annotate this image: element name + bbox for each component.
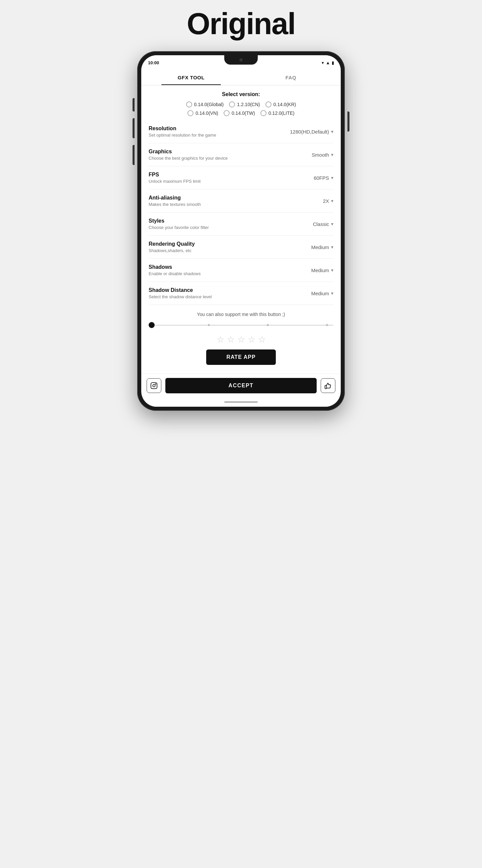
version-option-cn[interactable]: 1.2.10(CN) xyxy=(229,101,260,107)
select-version-section: Select version: 0.14.0(Global) 1.2.10(CN… xyxy=(149,85,333,120)
setting-graphics-control[interactable]: Smooth ▾ xyxy=(293,152,333,158)
phone-device: 10:00 ▾ ▲ ▮ GFX TOOL FAQ Select ve xyxy=(137,51,345,411)
setting-fps-info: FPS Unlock maximum FPS limit xyxy=(149,172,293,184)
setting-rendering-quality-title: Rendering Quality xyxy=(149,241,293,247)
setting-resolution: Resolution Set optimal resolution for th… xyxy=(149,120,333,143)
camera xyxy=(239,58,243,62)
version-option-global[interactable]: 0.14.0(Global) xyxy=(186,101,224,107)
instagram-button[interactable] xyxy=(147,378,161,393)
setting-shadow-distance-control[interactable]: Medium ▾ xyxy=(293,290,333,296)
slider-thumb[interactable] xyxy=(149,322,155,328)
setting-antialiasing-title: Anti-aliasing xyxy=(149,195,293,201)
setting-rendering-quality-info: Rendering Quality Shadows,shaders, etc xyxy=(149,241,293,253)
volume-up-button xyxy=(133,118,134,138)
radio-global[interactable] xyxy=(186,101,192,107)
setting-styles-desc: Choose your favorite color filter xyxy=(149,225,293,230)
version-option-tw[interactable]: 0.14.0(TW) xyxy=(224,110,255,116)
setting-fps-desc: Unlock maximum FPS limit xyxy=(149,179,293,184)
slider-container[interactable] xyxy=(149,322,333,329)
status-icons: ▾ ▲ ▮ xyxy=(322,60,334,65)
version-option-lite[interactable]: 0.12.0(LITE) xyxy=(260,110,294,116)
setting-antialiasing-desc: Makes the textures smooth xyxy=(149,202,293,207)
setting-resolution-control[interactable]: 1280(HD,Default) ▾ xyxy=(290,129,333,134)
support-text: You can also support me with this button… xyxy=(149,312,333,317)
radio-kr[interactable] xyxy=(265,101,271,107)
setting-resolution-title: Resolution xyxy=(149,126,290,131)
like-button[interactable] xyxy=(321,378,335,393)
setting-styles-control[interactable]: Classic ▾ xyxy=(293,221,333,227)
star-5[interactable]: ☆ xyxy=(258,334,266,345)
setting-styles-info: Styles Choose your favorite color filter xyxy=(149,218,293,230)
home-indicator xyxy=(141,397,341,407)
wifi-icon: ▾ xyxy=(322,60,324,65)
setting-fps-title: FPS xyxy=(149,172,293,178)
setting-shadow-distance-info: Shadow Distance Select the shadow distan… xyxy=(149,287,293,299)
star-1[interactable]: ☆ xyxy=(217,334,224,345)
chevron-down-icon: ▾ xyxy=(331,268,333,273)
setting-graphics-value: Smooth xyxy=(312,152,329,158)
setting-rendering-quality: Rendering Quality Shadows,shaders, etc M… xyxy=(149,236,333,259)
setting-styles-title: Styles xyxy=(149,218,293,224)
radio-cn[interactable] xyxy=(229,101,235,107)
main-content: Select version: 0.14.0(Global) 1.2.10(CN… xyxy=(141,85,341,374)
svg-rect-0 xyxy=(151,383,157,389)
setting-antialiasing-control[interactable]: 2X ▾ xyxy=(293,198,333,204)
setting-shadow-distance-value: Medium xyxy=(311,290,329,296)
version-label-kr: 0.14.0(KR) xyxy=(274,102,296,107)
setting-graphics-desc: Choose the best graphics for your device xyxy=(149,156,293,161)
chevron-down-icon: ▾ xyxy=(331,221,333,227)
radio-lite[interactable] xyxy=(260,110,266,116)
volume-down-button xyxy=(133,145,134,165)
slider-dot-1 xyxy=(208,324,210,326)
setting-shadow-distance: Shadow Distance Select the shadow distan… xyxy=(149,282,333,305)
setting-shadow-distance-desc: Select the shadow distance level xyxy=(149,294,293,299)
battery-icon: ▮ xyxy=(332,60,334,65)
chevron-down-icon: ▾ xyxy=(331,290,333,296)
version-option-kr[interactable]: 0.14.0(KR) xyxy=(265,101,296,107)
phone-screen: 10:00 ▾ ▲ ▮ GFX TOOL FAQ Select ve xyxy=(141,55,341,407)
tab-faq[interactable]: FAQ xyxy=(241,70,341,85)
instagram-icon xyxy=(150,382,158,389)
setting-resolution-info: Resolution Set optimal resolution for th… xyxy=(149,126,290,137)
setting-rendering-quality-value: Medium xyxy=(311,244,329,250)
star-2[interactable]: ☆ xyxy=(227,334,235,345)
setting-antialiasing-value: 2X xyxy=(323,198,329,204)
version-row-1: 0.14.0(Global) 1.2.10(CN) 0.14.0(KR) xyxy=(149,101,333,107)
setting-resolution-value: 1280(HD,Default) xyxy=(290,129,329,134)
radio-vn[interactable] xyxy=(187,110,193,116)
setting-antialiasing-info: Anti-aliasing Makes the textures smooth xyxy=(149,195,293,207)
setting-shadows-info: Shadows Enable or disable shadows xyxy=(149,264,293,276)
rate-app-button[interactable]: RATE APP xyxy=(206,349,276,365)
setting-fps-control[interactable]: 60FPS ▾ xyxy=(293,175,333,181)
version-option-vn[interactable]: 0.14.0(VN) xyxy=(187,110,218,116)
star-4[interactable]: ☆ xyxy=(248,334,255,345)
setting-rendering-quality-control[interactable]: Medium ▾ xyxy=(293,244,333,250)
setting-shadows: Shadows Enable or disable shadows Medium… xyxy=(149,259,333,282)
chevron-down-icon: ▾ xyxy=(331,198,333,204)
setting-shadows-desc: Enable or disable shadows xyxy=(149,271,293,276)
setting-rendering-quality-desc: Shadows,shaders, etc xyxy=(149,248,293,253)
setting-fps-value: 60FPS xyxy=(314,175,329,181)
version-label-cn: 1.2.10(CN) xyxy=(237,102,260,107)
home-bar xyxy=(224,401,258,403)
page-wrapper: Original 10:00 ▾ ▲ ▮ GFX TOOL xyxy=(107,7,375,411)
svg-point-1 xyxy=(153,384,155,386)
chevron-down-icon: ▾ xyxy=(331,244,333,250)
accept-button[interactable]: ACCEPT xyxy=(165,378,317,393)
setting-shadows-control[interactable]: Medium ▾ xyxy=(293,268,333,273)
signal-icon: ▲ xyxy=(326,60,330,65)
tab-gfx-tool[interactable]: GFX TOOL xyxy=(141,70,241,85)
star-3[interactable]: ☆ xyxy=(237,334,245,345)
power-button xyxy=(348,112,349,131)
bottom-bar: ACCEPT xyxy=(141,374,341,397)
chevron-down-icon: ▾ xyxy=(331,152,333,157)
notch xyxy=(224,55,258,65)
setting-resolution-desc: Set optimal resolution for the game xyxy=(149,132,290,137)
version-label-vn: 0.14.0(VN) xyxy=(195,111,218,116)
status-time: 10:00 xyxy=(148,60,159,65)
radio-tw[interactable] xyxy=(224,110,230,116)
thumbsup-icon xyxy=(324,382,332,389)
svg-point-2 xyxy=(155,383,156,384)
setting-styles: Styles Choose your favorite color filter… xyxy=(149,213,333,236)
version-row-2: 0.14.0(VN) 0.14.0(TW) 0.12.0(LITE) xyxy=(149,110,333,116)
